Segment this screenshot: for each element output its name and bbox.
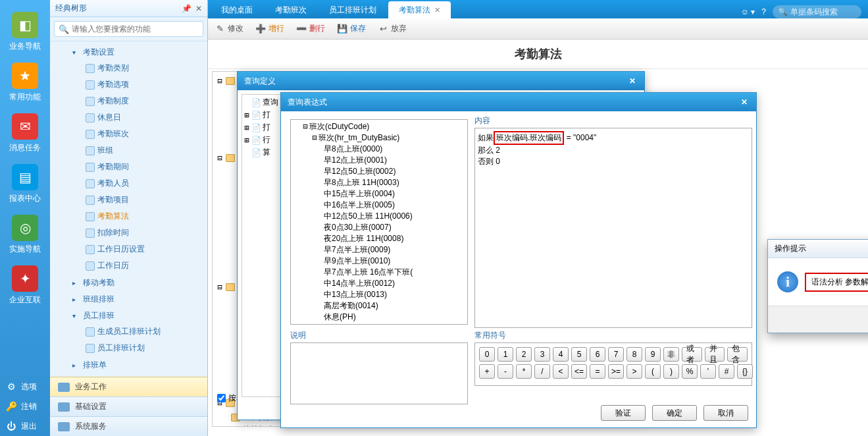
tree-leaf[interactable]: 考勤算法 [54, 209, 203, 224]
rail-options[interactable]: ⚙选项 [0, 377, 50, 396]
tree-leaf[interactable]: 早12点50上班(0002) [292, 166, 466, 177]
tree-leaf[interactable]: 早12点上班(0001) [292, 155, 466, 166]
close-icon[interactable]: ✕ [739, 97, 750, 107]
tree-leaf[interactable]: 休息(PH) [292, 312, 466, 323]
symbol-button[interactable]: % [682, 364, 698, 379]
tree-leaf[interactable]: 工作日历设置 [54, 242, 203, 257]
tree-bottom-biz[interactable]: 业务工作 [50, 377, 207, 396]
symbol-button[interactable]: <= [571, 364, 587, 379]
help-icon[interactable]: ? [761, 7, 766, 16]
tree-leaf[interactable]: 考勤项目 [54, 192, 203, 207]
tree-leaf[interactable]: 考勤人员 [54, 176, 203, 191]
qd-label[interactable]: 打 [263, 122, 270, 133]
symbol-button[interactable]: ) [663, 364, 679, 379]
tree-leaf[interactable]: 考勤类别 [54, 61, 203, 76]
smile-icon[interactable]: ☺ ▾ [741, 7, 755, 16]
symbol-button[interactable]: = [590, 364, 605, 379]
symbol-button[interactable]: >= [608, 364, 624, 379]
top-search[interactable]: 🔍 [773, 5, 861, 18]
tree-leaf[interactable]: 员工排班计划 [54, 341, 203, 356]
tab-desktop[interactable]: 我的桌面 [211, 1, 263, 18]
tree-leaf[interactable]: 早9点半上班(0010) [292, 256, 466, 267]
tree-leaf[interactable]: 工作日历 [54, 258, 203, 273]
tree-leaf[interactable]: 早7点半上班 16点半下班( [292, 267, 466, 278]
symbol-button[interactable]: 7 [608, 347, 624, 362]
symbol-button[interactable]: < [553, 364, 569, 379]
addrow-button[interactable]: ➕增行 [255, 23, 284, 34]
symbol-button[interactable]: 3 [534, 347, 550, 362]
tab-close-icon[interactable]: ✕ [434, 6, 440, 14]
tree-leaf[interactable]: 休息日 [54, 110, 203, 125]
rail-exit[interactable]: ⏻退出 [0, 416, 50, 436]
tree-node-kq[interactable]: ▾考勤设置 [54, 45, 203, 60]
qd-label[interactable]: 查询 [263, 97, 278, 108]
tree-leaf[interactable]: 早8点上班 11H(0003) [292, 177, 466, 188]
symbol-button[interactable]: 9 [645, 347, 661, 362]
symbol-button[interactable]: 非 [663, 347, 679, 362]
verify-button[interactable]: 验证 [601, 405, 646, 421]
delrow-button[interactable]: ➖删行 [296, 23, 325, 34]
symbol-button[interactable]: 8 [626, 347, 642, 362]
tree-leaf[interactable]: 考勤班次 [54, 126, 203, 142]
tree-label[interactable]: 班次(hr_tm_DutyBasic) [319, 133, 399, 142]
symbol-button[interactable]: / [534, 364, 550, 379]
tree-bottom-sys[interactable]: 系统服务 [50, 416, 207, 436]
close-icon[interactable]: ✕ [627, 76, 638, 86]
qd-label[interactable]: 打 [263, 109, 270, 121]
tree-leaf[interactable]: 生成员工排班计划 [54, 324, 203, 339]
top-search-input[interactable] [790, 7, 856, 16]
rail-ent[interactable]: ✦企业互联 [2, 260, 48, 311]
tab-ygpb[interactable]: 员工排班计划 [319, 1, 387, 18]
checkbox-input[interactable] [217, 394, 226, 402]
symbol-button[interactable]: {} [737, 364, 753, 379]
rail-logout[interactable]: 🔑注销 [0, 396, 50, 416]
tree-leaf[interactable]: 考勤选项 [54, 77, 203, 92]
tree-label[interactable]: 日期属性(rDateProperty) [309, 323, 396, 325]
tree-leaf[interactable]: 扣除时间 [54, 225, 203, 240]
search-box[interactable]: 🔍 [54, 21, 203, 37]
ok-button[interactable]: 确定 [652, 405, 697, 421]
tree-label[interactable]: 班次(cDutyCode) [309, 122, 369, 131]
discard-button[interactable]: ↩放弃 [378, 23, 407, 34]
symbol-button[interactable]: 4 [553, 347, 569, 362]
tab-kqbc[interactable]: 考勤班次 [265, 1, 317, 18]
expr-tree[interactable]: ⊟班次(cDutyCode) ⊟班次(hr_tm_DutyBasic) 早8点上… [290, 119, 468, 325]
symbol-button[interactable]: 2 [516, 347, 532, 362]
tree-leaf[interactable]: 早7点半上班(0009) [292, 244, 466, 256]
tree-leaf[interactable]: 考勤期间 [54, 159, 203, 175]
symbol-button[interactable]: 并且 [705, 347, 725, 362]
close-icon[interactable]: ✕ [195, 4, 202, 13]
symbol-button[interactable]: 包含 [727, 347, 748, 362]
tree-leaf[interactable]: 中14点半上班(0012) [292, 278, 466, 289]
symbol-button[interactable]: ' [700, 364, 716, 379]
tree-leaf[interactable]: 中16点半上班(0005) [292, 200, 466, 211]
tree-leaf[interactable]: 早8点上班(0000) [292, 144, 466, 155]
cancel-button[interactable]: 取消 [703, 405, 748, 421]
rail-impl[interactable]: ◎实施导航 [2, 209, 48, 260]
tree-leaf[interactable]: 中15点半上班(0004) [292, 188, 466, 200]
tree-leaf[interactable]: 中12点50上班 11H(0006) [292, 211, 466, 222]
rail-fav[interactable]: ★常用功能 [2, 57, 48, 108]
dialog-titlebar[interactable]: 查询表达式 ✕ [281, 93, 756, 111]
symbol-button[interactable]: * [516, 364, 532, 379]
tree-node-pbd[interactable]: ▸排班单 [54, 358, 203, 373]
tree-leaf[interactable]: 班组 [54, 143, 203, 158]
search-input[interactable] [72, 24, 199, 34]
symbol-button[interactable]: ( [645, 364, 661, 379]
tree-leaf[interactable]: 中13点上班(0013) [292, 289, 466, 300]
tree-node-mobile[interactable]: ▸移动考勤 [54, 275, 203, 290]
tree-leaf[interactable]: 考勤制度 [54, 94, 203, 109]
rail-biz-nav[interactable]: ◧业务导航 [2, 7, 48, 57]
pin-icon[interactable]: 📌 [182, 4, 191, 13]
tree-leaf[interactable]: 夜20点上班 11H(0008) [292, 233, 466, 244]
qd-label[interactable]: 行 [263, 134, 270, 146]
symbol-button[interactable]: 6 [590, 347, 605, 362]
symbol-button[interactable]: # [719, 364, 734, 379]
tree-leaf[interactable]: 高层考勤(0014) [292, 300, 466, 312]
symbol-button[interactable]: 0 [479, 347, 495, 362]
content-textarea[interactable]: 如果班次编码.班次编码 = "0004" 那么 2 否则 0 操作提示 ✕ i … [474, 128, 752, 328]
symbol-button[interactable]: 或者 [682, 347, 702, 362]
symbol-button[interactable]: 1 [498, 347, 513, 362]
symbol-button[interactable]: > [626, 364, 642, 379]
tab-kqsf[interactable]: 考勤算法✕ [388, 1, 451, 18]
